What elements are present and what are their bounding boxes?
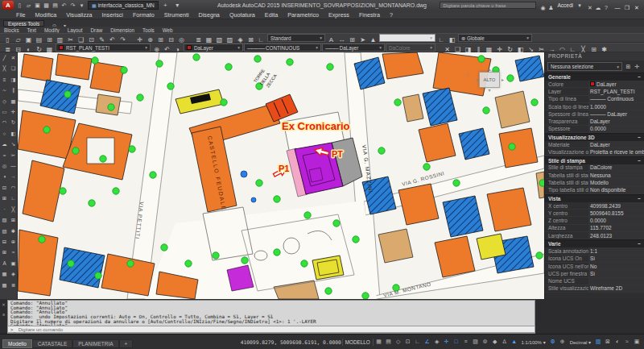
property-value[interactable]: Wireframe 2D (588, 285, 644, 292)
annotation-monitor-icon[interactable]: ⊕ (558, 338, 568, 346)
viewcube-home-icon[interactable]: ⌂ (465, 72, 469, 77)
tab-catastale[interactable]: CATASTALE (32, 339, 72, 348)
express-tools-tab[interactable]: Express Tools (3, 20, 44, 27)
drawing-tab-caret-icon[interactable]: ▾ (172, 2, 183, 10)
collapse-icon[interactable]: − (638, 196, 641, 202)
line-icon[interactable]: ╱ (0, 52, 9, 63)
snap-icon[interactable]: ▤ (384, 338, 394, 346)
collapse-icon[interactable]: − (638, 135, 641, 140)
sign-in-label[interactable]: Accedi (557, 2, 573, 8)
property-value[interactable]: 0.0000 (588, 126, 644, 132)
offset-icon[interactable]: ∥ (9, 85, 18, 95)
workspace-switching-icon[interactable]: ⚙ (548, 338, 558, 346)
dynamic-input-icon[interactable]: ⊡ (403, 338, 413, 346)
revcloud-icon[interactable]: ☁ (0, 139, 9, 149)
selection-combo[interactable]: Nessuna selezione ▾ (547, 62, 622, 71)
property-value[interactable]: Sì (588, 270, 644, 276)
text-style-combo[interactable]: Standard▾ (267, 34, 325, 42)
menu-item-edita[interactable]: Edita (260, 11, 283, 19)
properties-section-header[interactable]: Visualizzazione 3D− (545, 133, 644, 141)
gradient-icon[interactable]: ▧ (0, 226, 9, 236)
properties-section-header[interactable]: Vista− (545, 194, 644, 202)
properties-section-header[interactable]: Stile di stampa− (545, 156, 644, 164)
table-icon[interactable]: ⊞ (0, 247, 9, 257)
property-value[interactable]: ——— Continuous (588, 96, 644, 102)
dim-style-combo[interactable]: ▾ (379, 34, 436, 42)
hatchedit-icon[interactable]: ▣ (9, 258, 18, 268)
command-input[interactable]: >_ Digitare un comando (7, 326, 535, 333)
property-value[interactable] (588, 278, 644, 285)
cli-customize-icon[interactable]: ≡ (0, 310, 7, 318)
property-value[interactable]: Sì (588, 256, 644, 262)
region-icon[interactable]: ⊟ (0, 236, 9, 247)
qat-redo-icon[interactable]: ↷ (68, 2, 77, 10)
selection-cycling-icon[interactable]: ⊚ (481, 338, 490, 346)
drawing-tab[interactable]: ▦ interfaccia_classica_MN (88, 1, 159, 10)
properties-section-header[interactable]: Varie− (545, 239, 644, 247)
property-value[interactable]: ——— DaLayer (588, 110, 644, 117)
viewcube-right-arrow-icon[interactable]: ▸ (502, 77, 504, 82)
quick-properties-icon[interactable]: ▥ (593, 338, 603, 346)
polyline-icon[interactable]: ∼ (0, 85, 9, 95)
layer-combo[interactable]: RST_PLAN_TESTI ▾ (56, 44, 151, 52)
menu-item-help[interactable]: ? (385, 11, 398, 19)
minimize-icon[interactable]: — (613, 4, 622, 12)
tab-planimetria[interactable]: PLANIMETRIA (72, 339, 118, 348)
fillet-icon[interactable]: ◠ (9, 182, 18, 193)
property-value[interactable]: Proietta e riceve le ombre (588, 148, 644, 155)
clean-screen-icon[interactable]: ▣ (632, 338, 642, 346)
property-value[interactable]: Nessuna (588, 172, 644, 178)
cli-close-icon[interactable]: ✕ (0, 301, 7, 309)
binoculars-icon[interactable]: ◉ (539, 4, 547, 12)
model-space-button[interactable]: MODELLO (342, 339, 374, 346)
chamfer-icon[interactable]: ∟ (9, 193, 18, 203)
scale-icon[interactable]: ◧ (9, 128, 18, 139)
lineweight-icon[interactable]: ≡ (461, 338, 471, 346)
trim-icon[interactable]: ✂ (9, 150, 18, 160)
qat-undo-icon[interactable]: ↶ (60, 2, 68, 10)
qat-save-icon[interactable]: ▣ (33, 2, 42, 10)
menu-item-inserisci[interactable]: Inserisci (97, 11, 128, 19)
menu-item-formato[interactable]: Formato (128, 11, 159, 19)
lengthen-icon[interactable]: — (9, 160, 18, 171)
arc-icon[interactable]: ◠ (0, 117, 9, 127)
object-snap-tracking-icon[interactable]: ✛ (442, 338, 452, 346)
collapse-icon[interactable]: − (638, 74, 641, 80)
properties-title[interactable]: PROPRIETÀ (545, 52, 644, 60)
mirror-icon[interactable]: ◨ (9, 74, 18, 85)
spline-icon[interactable]: ≈ (0, 150, 9, 160)
collapse-icon[interactable]: − (638, 158, 641, 164)
autocad-logo-icon[interactable]: A (2, 1, 14, 10)
annotation-visibility-icon[interactable]: ▲ (510, 338, 519, 346)
quick-select-icon[interactable]: ✛ (633, 63, 642, 71)
property-value[interactable]: 409998.2439 (588, 202, 644, 209)
viewcube-down-arrow-icon[interactable]: ▾ (488, 88, 490, 93)
restore-icon[interactable]: ❐ (622, 4, 632, 12)
qat-open-icon[interactable]: ▱ (24, 2, 33, 10)
hatch-icon[interactable]: ▨ (0, 214, 9, 225)
property-value[interactable]: No (588, 263, 644, 269)
infer-constraints-icon[interactable]: ◇ (394, 338, 403, 346)
lock-ui-icon[interactable]: ⊠ (603, 338, 613, 346)
join-icon[interactable]: ⊞ (9, 214, 18, 225)
menu-item-finestra[interactable]: Finestra (354, 11, 385, 19)
dynamic-ucs-icon[interactable]: ∆ (500, 338, 510, 346)
mline-icon[interactable]: ≡ (0, 74, 9, 85)
viewcube-left-arrow-icon[interactable]: ◂ (475, 77, 477, 82)
collapse-icon[interactable]: − (638, 241, 641, 247)
property-value[interactable]: DaLayer (588, 141, 644, 147)
property-value[interactable]: Modello (588, 179, 644, 185)
property-value[interactable]: DaLayer (588, 81, 644, 87)
rotate-icon[interactable]: ↻ (9, 117, 18, 127)
tab-modello[interactable]: Modello (2, 339, 32, 348)
property-value[interactable]: 115.7702 (588, 225, 644, 231)
insert-block-icon[interactable]: ⊡ (0, 182, 9, 193)
sign-in-caret-icon[interactable]: ▾ (576, 2, 584, 10)
break-icon[interactable]: ╳ (9, 204, 18, 214)
menu-item-strumenti[interactable]: Strumenti (159, 11, 194, 19)
polygon-icon[interactable]: ◇ (0, 96, 9, 106)
qat-menu-caret-icon[interactable]: ▾ (77, 2, 86, 10)
copy-icon[interactable]: ❏ (9, 63, 18, 73)
color-combo[interactable]: DaLayer ▾ (184, 44, 243, 52)
erase-icon[interactable]: ✕ (9, 52, 18, 63)
